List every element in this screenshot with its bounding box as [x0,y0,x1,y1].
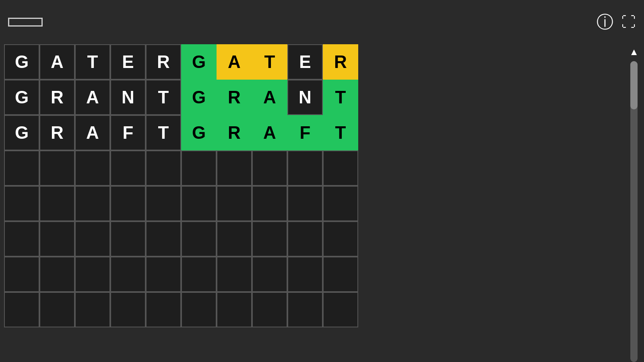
grid-cell-empty [181,186,217,221]
grid-cell: A [217,44,252,80]
grid-cell-empty [252,186,287,221]
grid-cell-empty [323,186,358,221]
grid-cell-empty [217,150,252,186]
grid-cell-empty [110,257,146,292]
main-area: GATERGATERGRANTGRANTGRAFTGRAFT ▲ [0,44,644,362]
grid-cell-empty [110,186,146,221]
grid-cell: A [252,80,287,115]
header-icons: ⓘ ⛶ [597,11,636,33]
grid-cell-empty [75,292,110,327]
grid-cell: R [217,80,252,115]
grid-cell-empty [146,186,181,221]
grid-cell-empty [75,257,110,292]
grid-cell-empty [181,257,217,292]
grid-cell: A [75,115,110,150]
grid-cell: R [217,115,252,150]
grid-cell: G [181,115,217,150]
grid-cell-empty [287,150,323,186]
grid-cell-empty [181,221,217,257]
grid-row [4,292,628,327]
grid-cell-empty [39,257,75,292]
grid-cell-empty [287,186,323,221]
grid-cell-empty [217,292,252,327]
grid-cell: G [4,115,39,150]
grid-cell-empty [75,221,110,257]
grid-cell-empty [323,292,358,327]
grid-cell: R [146,44,181,80]
grid-cell: E [287,44,323,80]
grid-row [4,221,628,257]
grid-row: GRANTGRANT [4,80,628,115]
grid-cell-empty [252,257,287,292]
grid-cell-empty [146,292,181,327]
grid-cell-empty [217,257,252,292]
grid-cell-empty [4,186,39,221]
grid-cell-empty [323,257,358,292]
grid-row: GATERGATER [4,44,628,80]
grid-cell: T [146,115,181,150]
grid-cell: G [4,44,39,80]
grid-cell-empty [110,150,146,186]
grid-cell: R [39,115,75,150]
grid-cell-empty [4,257,39,292]
grid-cell-empty [4,221,39,257]
grid-row [4,186,628,221]
grid-cell: N [287,80,323,115]
grid-cell: E [110,44,146,80]
grid-cell-empty [39,221,75,257]
grid-cell-empty [110,221,146,257]
grid-cell: G [4,80,39,115]
scrollbar: ▲ [628,44,640,362]
grid-cell-empty [252,221,287,257]
grid-cell-empty [217,186,252,221]
grid-cell-empty [323,150,358,186]
grid-cell-empty [287,257,323,292]
grid-cell: T [75,44,110,80]
grid-cell-empty [39,150,75,186]
grid-cell-empty [75,150,110,186]
grid-cell-empty [287,221,323,257]
grid-cell-empty [287,292,323,327]
grid-cell: G [181,44,217,80]
grid-cell: R [323,44,358,80]
grid-cell: A [252,115,287,150]
grid-row [4,150,628,186]
grid-cell: R [39,80,75,115]
grid-cell: T [323,80,358,115]
grid-cell-empty [217,221,252,257]
grid-cell-empty [4,150,39,186]
scroll-thumb[interactable] [630,61,638,109]
grid-cell: T [252,44,287,80]
scroll-up-icon[interactable]: ▲ [627,44,641,60]
grid-cell-empty [323,221,358,257]
grid-cell-empty [39,292,75,327]
grid-cell: F [287,115,323,150]
grid-cell: N [110,80,146,115]
fullscreen-icon[interactable]: ⛶ [621,14,636,31]
grid-cell-empty [110,292,146,327]
back-button[interactable] [8,18,43,27]
header: ⓘ ⛶ [0,0,644,44]
grid-cell-empty [181,150,217,186]
grid-cell: G [181,80,217,115]
grid-cell-empty [75,186,110,221]
grid-row: GRAFTGRAFT [4,115,628,150]
grid-cell-empty [252,150,287,186]
grid-cell: T [146,80,181,115]
grid-cell: A [75,80,110,115]
grid-cell-empty [181,292,217,327]
grid-row [4,257,628,292]
grid-cell-empty [146,257,181,292]
grid-cell-empty [146,150,181,186]
grid-cell: F [110,115,146,150]
grid-container: GATERGATERGRANTGRANTGRAFTGRAFT [4,44,628,362]
scroll-track[interactable] [630,61,638,362]
grid-cell-empty [4,292,39,327]
grid-cell: T [323,115,358,150]
grid-cell-empty [146,221,181,257]
grid-cell: A [39,44,75,80]
help-icon[interactable]: ⓘ [597,11,613,33]
grid-cell-empty [39,186,75,221]
grid-cell-empty [252,292,287,327]
